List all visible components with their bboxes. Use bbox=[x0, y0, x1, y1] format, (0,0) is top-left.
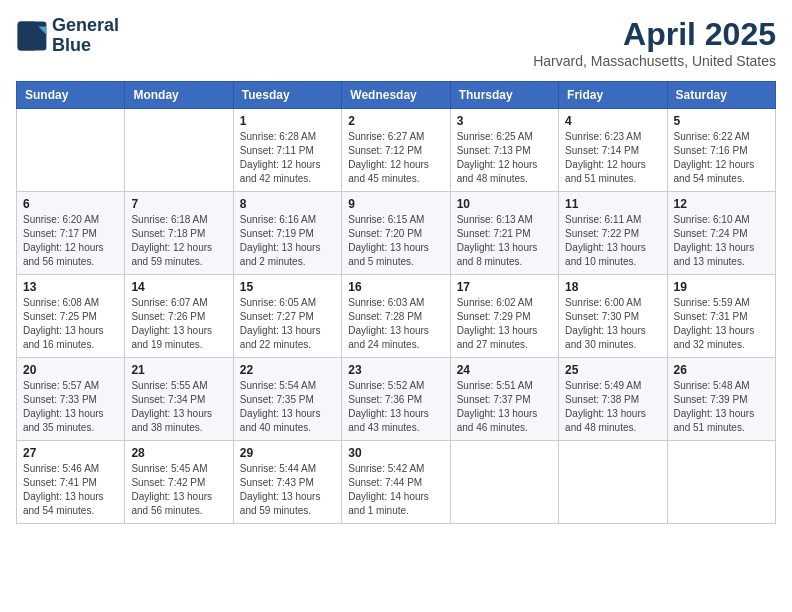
calendar-cell: 23Sunrise: 5:52 AM Sunset: 7:36 PM Dayli… bbox=[342, 358, 450, 441]
day-number: 4 bbox=[565, 114, 660, 128]
day-number: 30 bbox=[348, 446, 443, 460]
calendar-cell: 7Sunrise: 6:18 AM Sunset: 7:18 PM Daylig… bbox=[125, 192, 233, 275]
cell-info: Sunrise: 6:25 AM Sunset: 7:13 PM Dayligh… bbox=[457, 130, 552, 186]
calendar-cell: 26Sunrise: 5:48 AM Sunset: 7:39 PM Dayli… bbox=[667, 358, 775, 441]
calendar-cell: 12Sunrise: 6:10 AM Sunset: 7:24 PM Dayli… bbox=[667, 192, 775, 275]
page-header: General Blue April 2025 Harvard, Massach… bbox=[16, 16, 776, 69]
day-number: 26 bbox=[674, 363, 769, 377]
day-number: 22 bbox=[240, 363, 335, 377]
day-number: 16 bbox=[348, 280, 443, 294]
logo-text: General Blue bbox=[52, 16, 119, 56]
cell-info: Sunrise: 6:02 AM Sunset: 7:29 PM Dayligh… bbox=[457, 296, 552, 352]
location-text: Harvard, Massachusetts, United States bbox=[533, 53, 776, 69]
day-number: 13 bbox=[23, 280, 118, 294]
weekday-header: Tuesday bbox=[233, 82, 341, 109]
cell-info: Sunrise: 5:51 AM Sunset: 7:37 PM Dayligh… bbox=[457, 379, 552, 435]
calendar-cell: 3Sunrise: 6:25 AM Sunset: 7:13 PM Daylig… bbox=[450, 109, 558, 192]
day-number: 14 bbox=[131, 280, 226, 294]
cell-info: Sunrise: 5:46 AM Sunset: 7:41 PM Dayligh… bbox=[23, 462, 118, 518]
cell-info: Sunrise: 6:10 AM Sunset: 7:24 PM Dayligh… bbox=[674, 213, 769, 269]
calendar-cell bbox=[450, 441, 558, 524]
cell-info: Sunrise: 5:45 AM Sunset: 7:42 PM Dayligh… bbox=[131, 462, 226, 518]
day-number: 27 bbox=[23, 446, 118, 460]
cell-info: Sunrise: 6:16 AM Sunset: 7:19 PM Dayligh… bbox=[240, 213, 335, 269]
calendar-cell: 5Sunrise: 6:22 AM Sunset: 7:16 PM Daylig… bbox=[667, 109, 775, 192]
calendar-cell: 27Sunrise: 5:46 AM Sunset: 7:41 PM Dayli… bbox=[17, 441, 125, 524]
cell-info: Sunrise: 5:59 AM Sunset: 7:31 PM Dayligh… bbox=[674, 296, 769, 352]
weekday-header: Friday bbox=[559, 82, 667, 109]
cell-info: Sunrise: 5:42 AM Sunset: 7:44 PM Dayligh… bbox=[348, 462, 443, 518]
calendar-week-row: 13Sunrise: 6:08 AM Sunset: 7:25 PM Dayli… bbox=[17, 275, 776, 358]
weekday-header: Monday bbox=[125, 82, 233, 109]
calendar-cell: 4Sunrise: 6:23 AM Sunset: 7:14 PM Daylig… bbox=[559, 109, 667, 192]
calendar-cell: 19Sunrise: 5:59 AM Sunset: 7:31 PM Dayli… bbox=[667, 275, 775, 358]
calendar-cell: 30Sunrise: 5:42 AM Sunset: 7:44 PM Dayli… bbox=[342, 441, 450, 524]
cell-info: Sunrise: 6:13 AM Sunset: 7:21 PM Dayligh… bbox=[457, 213, 552, 269]
cell-info: Sunrise: 6:08 AM Sunset: 7:25 PM Dayligh… bbox=[23, 296, 118, 352]
calendar-cell: 9Sunrise: 6:15 AM Sunset: 7:20 PM Daylig… bbox=[342, 192, 450, 275]
day-number: 20 bbox=[23, 363, 118, 377]
day-number: 6 bbox=[23, 197, 118, 211]
cell-info: Sunrise: 5:48 AM Sunset: 7:39 PM Dayligh… bbox=[674, 379, 769, 435]
calendar-cell: 29Sunrise: 5:44 AM Sunset: 7:43 PM Dayli… bbox=[233, 441, 341, 524]
day-number: 17 bbox=[457, 280, 552, 294]
day-number: 24 bbox=[457, 363, 552, 377]
calendar-cell: 15Sunrise: 6:05 AM Sunset: 7:27 PM Dayli… bbox=[233, 275, 341, 358]
cell-info: Sunrise: 6:07 AM Sunset: 7:26 PM Dayligh… bbox=[131, 296, 226, 352]
weekday-header: Wednesday bbox=[342, 82, 450, 109]
day-number: 8 bbox=[240, 197, 335, 211]
calendar-cell: 1Sunrise: 6:28 AM Sunset: 7:11 PM Daylig… bbox=[233, 109, 341, 192]
day-number: 28 bbox=[131, 446, 226, 460]
calendar-week-row: 20Sunrise: 5:57 AM Sunset: 7:33 PM Dayli… bbox=[17, 358, 776, 441]
svg-rect-2 bbox=[18, 21, 37, 50]
cell-info: Sunrise: 5:57 AM Sunset: 7:33 PM Dayligh… bbox=[23, 379, 118, 435]
calendar-cell bbox=[559, 441, 667, 524]
calendar-cell: 28Sunrise: 5:45 AM Sunset: 7:42 PM Dayli… bbox=[125, 441, 233, 524]
cell-info: Sunrise: 6:20 AM Sunset: 7:17 PM Dayligh… bbox=[23, 213, 118, 269]
calendar-cell: 22Sunrise: 5:54 AM Sunset: 7:35 PM Dayli… bbox=[233, 358, 341, 441]
day-number: 10 bbox=[457, 197, 552, 211]
day-number: 23 bbox=[348, 363, 443, 377]
title-block: April 2025 Harvard, Massachusetts, Unite… bbox=[533, 16, 776, 69]
day-number: 25 bbox=[565, 363, 660, 377]
cell-info: Sunrise: 6:00 AM Sunset: 7:30 PM Dayligh… bbox=[565, 296, 660, 352]
calendar-cell: 10Sunrise: 6:13 AM Sunset: 7:21 PM Dayli… bbox=[450, 192, 558, 275]
day-number: 11 bbox=[565, 197, 660, 211]
day-number: 5 bbox=[674, 114, 769, 128]
calendar-cell: 6Sunrise: 6:20 AM Sunset: 7:17 PM Daylig… bbox=[17, 192, 125, 275]
cell-info: Sunrise: 6:18 AM Sunset: 7:18 PM Dayligh… bbox=[131, 213, 226, 269]
weekday-header: Saturday bbox=[667, 82, 775, 109]
calendar-cell: 20Sunrise: 5:57 AM Sunset: 7:33 PM Dayli… bbox=[17, 358, 125, 441]
cell-info: Sunrise: 6:23 AM Sunset: 7:14 PM Dayligh… bbox=[565, 130, 660, 186]
cell-info: Sunrise: 6:03 AM Sunset: 7:28 PM Dayligh… bbox=[348, 296, 443, 352]
calendar-cell: 21Sunrise: 5:55 AM Sunset: 7:34 PM Dayli… bbox=[125, 358, 233, 441]
calendar-header-row: SundayMondayTuesdayWednesdayThursdayFrid… bbox=[17, 82, 776, 109]
calendar-week-row: 27Sunrise: 5:46 AM Sunset: 7:41 PM Dayli… bbox=[17, 441, 776, 524]
calendar-table: SundayMondayTuesdayWednesdayThursdayFrid… bbox=[16, 81, 776, 524]
day-number: 15 bbox=[240, 280, 335, 294]
cell-info: Sunrise: 6:05 AM Sunset: 7:27 PM Dayligh… bbox=[240, 296, 335, 352]
calendar-cell bbox=[125, 109, 233, 192]
cell-info: Sunrise: 5:55 AM Sunset: 7:34 PM Dayligh… bbox=[131, 379, 226, 435]
calendar-cell: 24Sunrise: 5:51 AM Sunset: 7:37 PM Dayli… bbox=[450, 358, 558, 441]
calendar-cell: 25Sunrise: 5:49 AM Sunset: 7:38 PM Dayli… bbox=[559, 358, 667, 441]
calendar-cell: 8Sunrise: 6:16 AM Sunset: 7:19 PM Daylig… bbox=[233, 192, 341, 275]
weekday-header: Thursday bbox=[450, 82, 558, 109]
day-number: 9 bbox=[348, 197, 443, 211]
logo-icon bbox=[16, 20, 48, 52]
cell-info: Sunrise: 6:11 AM Sunset: 7:22 PM Dayligh… bbox=[565, 213, 660, 269]
day-number: 18 bbox=[565, 280, 660, 294]
calendar-cell: 2Sunrise: 6:27 AM Sunset: 7:12 PM Daylig… bbox=[342, 109, 450, 192]
day-number: 21 bbox=[131, 363, 226, 377]
calendar-week-row: 6Sunrise: 6:20 AM Sunset: 7:17 PM Daylig… bbox=[17, 192, 776, 275]
day-number: 7 bbox=[131, 197, 226, 211]
calendar-cell: 13Sunrise: 6:08 AM Sunset: 7:25 PM Dayli… bbox=[17, 275, 125, 358]
cell-info: Sunrise: 6:27 AM Sunset: 7:12 PM Dayligh… bbox=[348, 130, 443, 186]
calendar-week-row: 1Sunrise: 6:28 AM Sunset: 7:11 PM Daylig… bbox=[17, 109, 776, 192]
cell-info: Sunrise: 5:49 AM Sunset: 7:38 PM Dayligh… bbox=[565, 379, 660, 435]
weekday-header: Sunday bbox=[17, 82, 125, 109]
cell-info: Sunrise: 5:54 AM Sunset: 7:35 PM Dayligh… bbox=[240, 379, 335, 435]
day-number: 12 bbox=[674, 197, 769, 211]
cell-info: Sunrise: 5:52 AM Sunset: 7:36 PM Dayligh… bbox=[348, 379, 443, 435]
cell-info: Sunrise: 6:15 AM Sunset: 7:20 PM Dayligh… bbox=[348, 213, 443, 269]
